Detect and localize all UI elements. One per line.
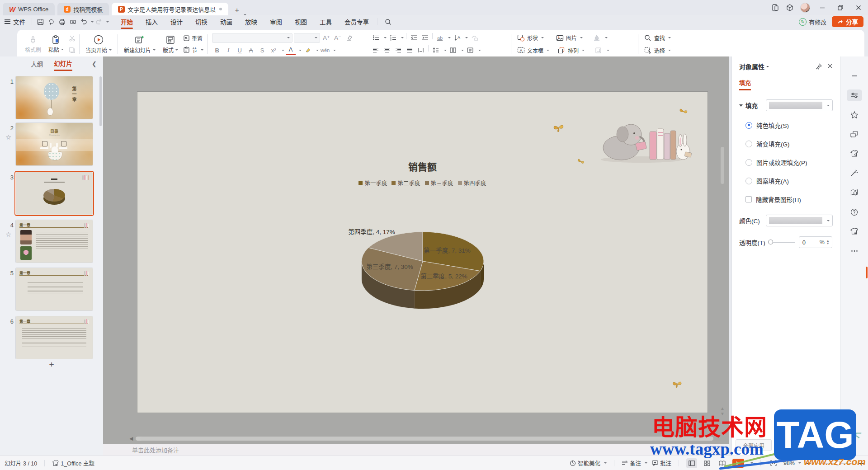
frame-style-button[interactable]	[594, 45, 604, 55]
decrease-font-button[interactable]: A⁻	[333, 33, 343, 43]
italic-button[interactable]: I	[223, 45, 233, 55]
slide-thumbnail-4[interactable]: 第一章	[16, 220, 93, 263]
menu-animation[interactable]: 动画	[215, 16, 238, 28]
sidebar-scrollbar[interactable]	[99, 76, 102, 126]
arrange-button[interactable]: 排列	[568, 47, 579, 54]
zoom-level[interactable]: 98%	[783, 460, 801, 466]
font-size-select[interactable]	[294, 33, 320, 43]
skin-center-icon[interactable]	[847, 226, 862, 237]
transition-shapes-icon[interactable]	[847, 128, 862, 140]
add-slide-button[interactable]: +	[47, 360, 56, 369]
transparency-input[interactable]: % ▲▼	[799, 236, 832, 248]
highlight-color-button[interactable]	[303, 45, 313, 55]
tab-docer-templates[interactable]: d 找稻壳模板	[57, 3, 109, 15]
find-button[interactable]: 查找	[654, 34, 665, 42]
tab-slides[interactable]: 幻灯片	[54, 59, 72, 71]
vertical-text-button[interactable]: A	[452, 33, 462, 43]
transparency-value-field[interactable]	[802, 239, 816, 246]
shapes-button[interactable]: 形状	[527, 34, 538, 42]
justify-button[interactable]	[405, 45, 415, 55]
option-gradient-fill[interactable]: 渐变填充(G)	[745, 139, 833, 148]
resource-map-search-icon[interactable]	[847, 187, 862, 198]
section-button[interactable]: 节	[183, 44, 203, 55]
print-preview-button[interactable]	[67, 17, 78, 27]
color-select[interactable]	[766, 215, 833, 226]
pin-icon[interactable]	[816, 63, 822, 70]
window-close-button[interactable]	[853, 3, 864, 13]
play-options-chevron-icon[interactable]	[750, 462, 753, 464]
mobile-sync-icon[interactable]	[771, 4, 779, 12]
increase-font-button[interactable]: A⁺	[321, 33, 331, 43]
slide-thumbnail-5[interactable]: 第一章	[16, 268, 93, 310]
slide-thumbnail-2[interactable]: 目录 Contents	[16, 123, 93, 165]
close-panel-icon[interactable]	[827, 63, 833, 70]
collapse-rail-icon[interactable]	[847, 70, 862, 82]
align-left-button[interactable]	[371, 45, 381, 55]
bullets-button[interactable]	[371, 33, 381, 43]
cut-button[interactable]	[69, 33, 75, 44]
smart-beautify-button[interactable]: 智能美化	[570, 459, 607, 467]
integrations-cube-icon[interactable]	[786, 4, 794, 12]
autofit-button[interactable]	[469, 33, 479, 43]
align-center-button[interactable]	[382, 45, 392, 55]
design-clothes-icon[interactable]	[847, 148, 862, 160]
decrease-indent-button[interactable]	[409, 33, 419, 43]
share-button[interactable]: 分享	[832, 16, 863, 27]
collapse-triangle-icon[interactable]	[739, 104, 743, 107]
file-menu[interactable]: 文件	[5, 17, 25, 26]
new-slide-button[interactable]: 新建幻灯片	[121, 32, 159, 56]
panel-title-chevron-icon[interactable]	[766, 66, 769, 67]
menu-insert[interactable]: 插入	[140, 16, 163, 28]
spinner-icon[interactable]: ▲▼	[826, 240, 830, 245]
zoom-out-button[interactable]	[806, 463, 811, 464]
menu-design[interactable]: 设计	[165, 16, 188, 28]
fit-slide-button[interactable]	[768, 458, 779, 468]
print-button[interactable]	[57, 17, 67, 27]
zoom-knob[interactable]	[835, 461, 840, 465]
fill-style-select[interactable]	[766, 99, 833, 111]
superscript-button[interactable]: x²	[269, 45, 278, 55]
user-avatar[interactable]	[800, 3, 810, 13]
undo-button[interactable]	[78, 17, 89, 27]
columns-button[interactable]	[448, 45, 458, 55]
slide-sorter-view-button[interactable]	[702, 458, 712, 468]
theme-indicator[interactable]: 1_Office 主题	[52, 459, 94, 467]
tab-outline[interactable]: 大纲	[31, 59, 43, 70]
apply-all-button[interactable]: 全部应用	[736, 439, 772, 451]
slide-thumbnail-3-selected[interactable]	[16, 172, 93, 215]
option-picture-fill[interactable]: 图片或纹理填充(P)	[745, 158, 833, 167]
reset-background-button[interactable]: 重置背景	[776, 439, 812, 451]
reading-view-button[interactable]	[717, 458, 728, 468]
normal-view-button[interactable]	[686, 458, 697, 468]
more-tools-icon[interactable]	[847, 245, 862, 257]
new-tab-button[interactable]: +	[232, 5, 242, 15]
format-painter-button[interactable]: 格式刷	[22, 32, 44, 56]
slider-knob[interactable]	[768, 240, 773, 244]
slide-thumbnail-6[interactable]: 第一章	[16, 316, 93, 359]
canvas-horizontal-scrollbar[interactable]: ◀	[129, 436, 713, 441]
layout-button[interactable]: 版式	[160, 32, 181, 56]
window-minimize-button[interactable]	[816, 3, 828, 13]
reset-button[interactable]: 重置	[183, 33, 203, 44]
collapse-sidebar-button[interactable]: ❮	[92, 61, 97, 67]
menu-slideshow[interactable]: 放映	[240, 16, 263, 28]
effects-star-icon[interactable]	[847, 109, 862, 121]
numbering-button[interactable]	[388, 33, 398, 43]
phonetic-guide-button[interactable]: wén	[320, 45, 330, 55]
paste-button[interactable]: 粘贴	[45, 32, 67, 56]
copy-button[interactable]	[69, 44, 75, 55]
export-button[interactable]	[46, 17, 57, 27]
menu-tools[interactable]: 工具	[314, 16, 337, 28]
picture-button[interactable]: 图片	[566, 34, 577, 42]
slideshow-play-button[interactable]	[732, 459, 744, 468]
tab-wps-home[interactable]: W WPS Office	[3, 3, 55, 15]
underline-button[interactable]: U	[235, 45, 245, 55]
search-icon[interactable]	[385, 19, 392, 25]
option-solid-fill[interactable]: 纯色填充(S)	[745, 121, 833, 130]
tab-document[interactable]: P 文字是人类用符号记录表达信息以	[112, 3, 228, 15]
distribute-button[interactable]	[416, 45, 426, 55]
select-button[interactable]: 选择	[654, 47, 665, 54]
line-spacing-button[interactable]	[431, 45, 441, 55]
menu-home[interactable]: 开始	[115, 16, 138, 28]
notes-button[interactable]: 备注	[622, 459, 647, 467]
